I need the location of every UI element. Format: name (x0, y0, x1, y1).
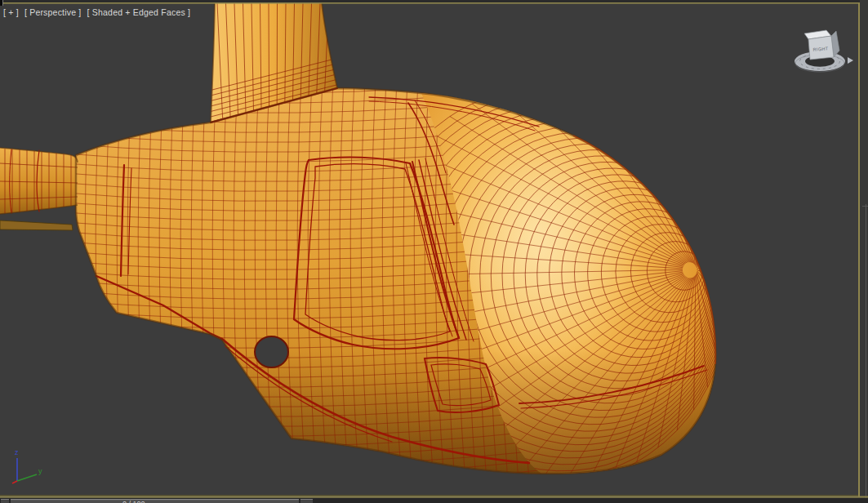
viewport-canvas[interactable]: 0 / 100 [ + ] [ Perspective ] [ Shaded +… (0, 0, 868, 503)
viewport-menu-shading[interactable]: [ Shaded + Edged Faces ] (87, 7, 191, 17)
viewport-border-bottom-dark (0, 495, 858, 496)
tail-tube[interactable] (0, 148, 78, 214)
command-panel-edge (860, 0, 868, 503)
corner-notch (0, 0, 2, 6)
viewport[interactable]: 0 / 100 [ + ] [ Perspective ] [ Shaded +… (0, 0, 868, 503)
viewport-label: [ + ] [ Perspective ] [ Shaded + Edged F… (3, 7, 190, 17)
axis-y-label: y (38, 467, 42, 475)
viewport-border-top (0, 2, 868, 4)
panel-divider-tick (862, 206, 868, 207)
top-strip (0, 0, 868, 2)
time-slider-label: 0 / 100 (122, 500, 145, 503)
time-prev-highlight (1, 499, 9, 500)
viewport-border-right (858, 2, 860, 497)
viewport-menu-general[interactable]: [ + ] (3, 7, 19, 17)
hull-hole (255, 336, 288, 367)
time-slider-strip[interactable]: 0 / 100 (0, 498, 868, 503)
corner-notch-edge (2, 0, 3, 6)
time-next-highlight (300, 499, 313, 500)
panel-divider-line (866, 204, 866, 503)
axis-z-label: z (15, 448, 19, 456)
viewport-menu-pov[interactable]: [ Perspective ] (24, 7, 82, 17)
viewport-border-bottom (0, 496, 868, 498)
time-slider-highlight (11, 499, 299, 500)
